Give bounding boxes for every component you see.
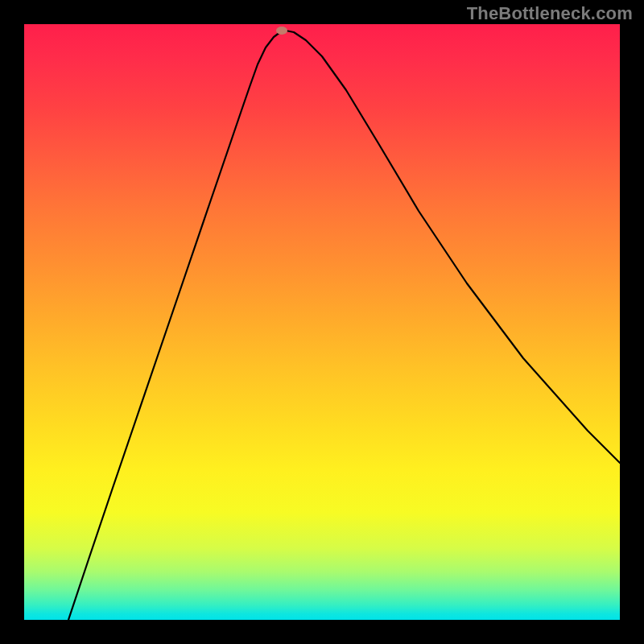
plot-area	[24, 24, 620, 620]
watermark-text: TheBottleneck.com	[467, 3, 633, 24]
optimum-marker	[276, 27, 287, 35]
bottleneck-curve	[24, 24, 620, 620]
chart-frame: TheBottleneck.com	[0, 0, 644, 644]
